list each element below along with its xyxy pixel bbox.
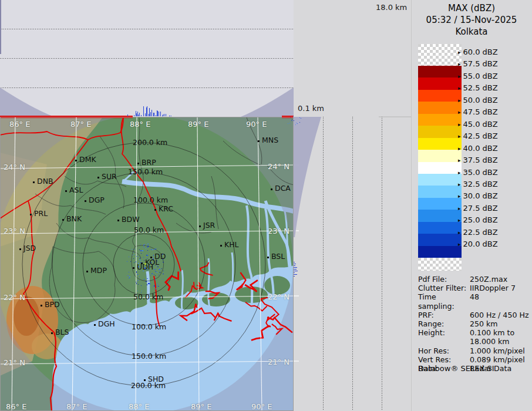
echo-pixel <box>147 269 148 270</box>
info-row: Hor Res:1.000 km/pixel <box>418 346 530 355</box>
legend-label-text: 22.5 dBZ <box>463 228 498 237</box>
legend-tick-arrow-icon: ▸ <box>458 73 461 79</box>
station-code: BNK <box>66 214 82 223</box>
echo-pixel <box>140 250 142 251</box>
echo-pixel <box>161 268 162 269</box>
echo-pixel <box>157 284 158 285</box>
legend-tick-arrow-icon: ▸ <box>458 181 461 187</box>
echo-pixel <box>141 115 142 116</box>
legend-label: ▸22.5 dBZ <box>458 228 498 237</box>
echo-pixel <box>151 110 152 116</box>
echo-pixel <box>157 111 158 116</box>
echo-pixel <box>139 250 140 250</box>
echo-pixel <box>294 271 298 271</box>
info-label: Vert Res: <box>418 355 470 364</box>
legend-label: ▸42.5 dBZ <box>458 132 498 140</box>
legend-tick-arrow-icon: ▸ <box>458 146 461 151</box>
station-code: BPD <box>45 300 60 309</box>
echo-pixel <box>134 115 134 116</box>
info-row: Pdf File:250Z.max <box>418 275 530 284</box>
legend-tick-arrow-icon: ▸ <box>458 97 461 103</box>
echo-pixel <box>294 272 295 273</box>
info-label: Clutter Filter: <box>418 284 470 292</box>
info-value: 0.100 km to 18.000 km <box>470 328 514 346</box>
echo-pixel <box>153 250 153 250</box>
echo-pixel <box>150 275 151 276</box>
info-row: Time sampling:48 <box>418 292 530 310</box>
range-ring-label: 50.0 km <box>134 225 164 234</box>
station-dot <box>94 324 96 326</box>
echo-pixel <box>140 260 141 261</box>
legend-label-text: 27.5 dBZ <box>463 204 498 213</box>
top-projection-panel <box>0 0 294 117</box>
echo-pixel <box>137 282 137 282</box>
echo-pixel <box>154 285 155 287</box>
station-code: JSD <box>23 244 36 252</box>
echo-pixel <box>137 291 138 291</box>
echo-pixel <box>294 262 295 262</box>
echo-pixel <box>141 253 142 254</box>
echo-pixel <box>160 255 160 255</box>
legend-label: ▸30.0 dBZ <box>458 191 498 200</box>
echo-pixel <box>134 249 134 250</box>
echo-pixel <box>146 255 147 255</box>
lon-label: 86° E <box>6 402 26 411</box>
station-dot <box>271 188 272 190</box>
echo-pixel <box>291 120 292 121</box>
product-title: MAX (dBZ) <box>411 2 532 14</box>
legend-label: ▸35.0 dBZ <box>458 168 498 177</box>
station-dot <box>41 305 42 306</box>
echo-pixel <box>127 275 129 276</box>
range-ring-label: 50.0 km <box>133 292 163 301</box>
echo-pixel <box>162 279 163 279</box>
info-value: 600 Hz / 450 Hz <box>470 311 529 319</box>
echo-pixel <box>142 291 142 291</box>
legend-label: ▸20.0 dBZ <box>458 240 498 248</box>
echo-pixel <box>299 122 300 123</box>
echo-pixel <box>146 245 147 245</box>
legend-label-text: 42.5 dBZ <box>463 132 498 140</box>
radar-app-window: { "header": { "product": "MAX (dBZ)", "d… <box>0 0 532 411</box>
legend-band <box>418 66 462 78</box>
legend-label-text: 20.0 dBZ <box>463 240 498 248</box>
range-ring-label: 100.0 km <box>132 322 166 331</box>
echo-pixel <box>149 108 150 116</box>
station-code: MDP <box>90 266 107 275</box>
legend-tick-arrow-icon: ▸ <box>458 241 461 247</box>
station-code: SHD <box>148 375 164 383</box>
echo-pixel <box>294 274 297 275</box>
echo-pixel <box>159 112 159 116</box>
software-brand: Rainbow® SELEX-SI <box>418 364 494 373</box>
echo-pixel <box>164 114 164 116</box>
lon-label: 86° E <box>9 120 30 129</box>
station-code: DGP <box>89 196 105 204</box>
info-value: IIRDoppler 7 <box>470 284 516 292</box>
echo-pixel <box>146 248 146 249</box>
station-code: MNS <box>262 136 278 144</box>
right-projection-panel <box>294 117 411 411</box>
station-dot <box>30 214 32 215</box>
legend-band <box>418 102 462 113</box>
legend-label: ▸40.0 dBZ <box>458 144 498 153</box>
station-dot <box>51 332 53 334</box>
echo-pixel <box>144 260 144 261</box>
echo-pixel <box>132 249 132 250</box>
echo-pixel <box>160 272 160 273</box>
range-ring-label: 100.0 km <box>133 196 168 204</box>
echo-pixel <box>144 279 144 280</box>
echo-pixel <box>143 106 144 116</box>
station-dot <box>85 200 86 202</box>
echo-pixel <box>140 244 141 245</box>
info-row: Height:0.100 km to 18.000 km <box>418 328 530 346</box>
station-dot <box>65 190 67 192</box>
echo-pixel <box>163 254 163 254</box>
echo-pixel <box>137 274 138 275</box>
echo-pixel <box>144 247 144 248</box>
echo-pixel <box>147 255 148 256</box>
legend-band <box>418 162 462 174</box>
legend-label: ▸47.5 dBZ <box>458 107 498 116</box>
station-dot <box>86 271 88 272</box>
echo-pixel <box>299 117 300 118</box>
station-dot <box>97 177 99 178</box>
legend-tick-arrow-icon: ▸ <box>458 109 461 115</box>
